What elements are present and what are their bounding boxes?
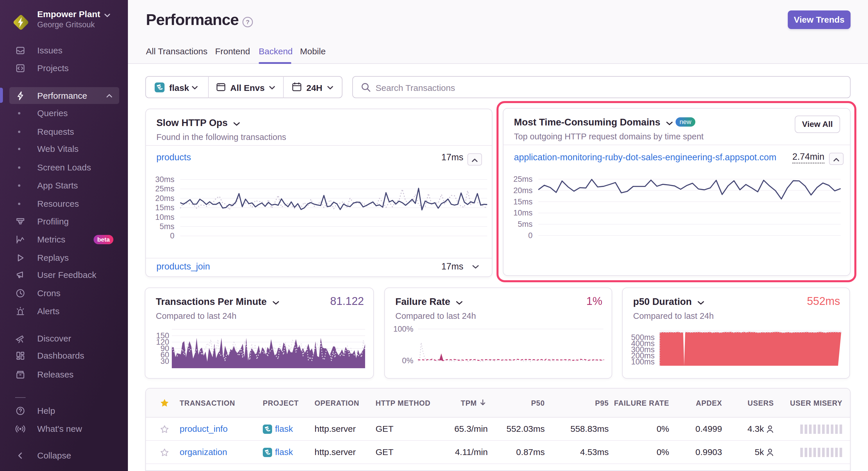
- svg-text:100%: 100%: [393, 325, 413, 333]
- svg-text:5ms: 5ms: [518, 220, 532, 229]
- svg-text:0: 0: [528, 231, 532, 240]
- svg-text:5ms: 5ms: [160, 222, 175, 231]
- svg-text:15ms: 15ms: [514, 198, 532, 206]
- svg-text:10ms: 10ms: [514, 208, 532, 217]
- svg-text:15ms: 15ms: [155, 203, 175, 212]
- svg-text:25ms: 25ms: [155, 184, 175, 193]
- svg-text:30ms: 30ms: [155, 175, 175, 184]
- svg-text:0: 0: [170, 231, 175, 240]
- svg-text:100ms: 100ms: [631, 358, 655, 366]
- svg-text:10ms: 10ms: [155, 213, 175, 222]
- svg-text:30: 30: [160, 357, 169, 366]
- svg-text:25ms: 25ms: [514, 175, 532, 183]
- svg-text:0%: 0%: [402, 356, 413, 365]
- svg-text:20ms: 20ms: [514, 186, 532, 195]
- svg-text:20ms: 20ms: [155, 194, 175, 203]
